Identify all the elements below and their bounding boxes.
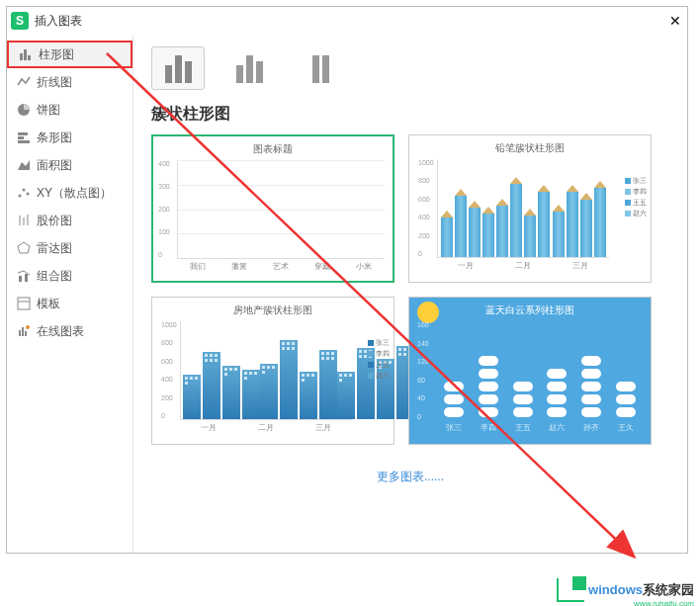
home-icon <box>557 578 584 602</box>
sidebar-item-stock[interactable]: 股价图 <box>7 207 132 234</box>
scatter-icon <box>17 186 31 200</box>
sidebar-item-label: 在线图表 <box>37 323 84 340</box>
thumb-title: 图表标题 <box>161 142 385 156</box>
chart-subtype-tabs <box>151 46 669 90</box>
line-icon <box>17 75 31 89</box>
svg-marker-14 <box>18 242 30 253</box>
sidebar-item-area[interactable]: 面积图 <box>7 151 132 179</box>
combo-icon <box>17 269 31 283</box>
main-area: 簇状柱形图 图表标题 4003002001000 我们藩 <box>133 35 687 553</box>
dialog-title: 插入图表 <box>35 13 82 30</box>
sidebar-item-pie[interactable]: 饼图 <box>7 96 132 124</box>
chart-thumb-2[interactable]: 铅笔簇状柱形图 10008006004002000 一月二月三月 张三 李四 王… <box>408 134 652 283</box>
chart-thumbnails: 图表标题 4003002001000 我们藩篱艺术穿戴小米 <box>151 134 669 445</box>
svg-point-9 <box>23 189 26 192</box>
thumb-title: 蓝天白云系列柱形图 <box>417 303 643 317</box>
svg-marker-7 <box>18 160 30 170</box>
chart-preview: 10008006004002000 <box>180 321 352 420</box>
svg-rect-0 <box>20 53 23 60</box>
sidebar-item-label: 模板 <box>37 296 60 312</box>
sidebar-item-hbar[interactable]: 条形图 <box>7 124 132 151</box>
svg-rect-21 <box>25 331 27 336</box>
sidebar-item-label: 面积图 <box>37 157 72 174</box>
pie-icon <box>17 103 31 117</box>
titlebar: S 插入图表 ✕ <box>7 7 687 35</box>
sidebar-item-template[interactable]: 模板 <box>7 290 132 317</box>
subtype-percent[interactable] <box>294 46 347 90</box>
svg-rect-20 <box>22 327 24 336</box>
sidebar-item-line[interactable]: 折线图 <box>7 68 132 96</box>
svg-rect-16 <box>25 274 28 282</box>
sidebar-item-label: 组合图 <box>37 268 72 285</box>
chart-category-sidebar: 柱形图 折线图 饼图 条形图 面积图 XY（散点图） <box>7 35 133 553</box>
close-button[interactable]: ✕ <box>669 13 681 29</box>
radar-icon <box>17 241 31 255</box>
stock-icon <box>17 214 31 227</box>
sidebar-item-label: 股价图 <box>37 213 72 229</box>
sidebar-item-label: 柱形图 <box>39 46 74 63</box>
sidebar-item-label: 折线图 <box>37 74 72 91</box>
sidebar-item-scatter[interactable]: XY（散点图） <box>7 179 132 207</box>
chart-thumb-3[interactable]: 房地产簇状柱形图 10008006004002000 一月二月三月 张三 李四 … <box>151 297 394 445</box>
sidebar-item-radar[interactable]: 雷达图 <box>7 234 132 262</box>
svg-rect-2 <box>28 55 31 60</box>
thumb-title: 房地产簇状柱形图 <box>160 303 386 317</box>
sidebar-item-label: 饼图 <box>37 102 60 119</box>
svg-rect-4 <box>18 132 28 135</box>
more-charts-link[interactable]: 更多图表...... <box>151 469 669 485</box>
sidebar-item-online[interactable]: 在线图表 <box>7 317 132 345</box>
svg-point-10 <box>27 193 30 196</box>
bar-icon <box>19 47 33 61</box>
svg-rect-1 <box>24 49 27 60</box>
sidebar-item-label: XY（散点图） <box>37 185 112 202</box>
app-icon: S <box>11 12 29 30</box>
hbar-icon <box>17 130 31 144</box>
online-icon <box>17 324 31 338</box>
section-title: 簇状柱形图 <box>151 104 669 125</box>
legend: 张三 李四 王五 赵六 <box>625 175 647 219</box>
thumb-title: 铅笔簇状柱形图 <box>417 141 643 155</box>
insert-chart-dialog: S 插入图表 ✕ 柱形图 折线图 饼图 条形图 面积图 <box>6 6 688 554</box>
subtype-stacked[interactable] <box>222 46 276 90</box>
chart-thumb-4[interactable]: 蓝天白云系列柱形图 16014012080400 张三李四王五赵六孙齐王久 <box>408 297 652 445</box>
sidebar-item-combo[interactable]: 组合图 <box>7 262 132 290</box>
svg-rect-6 <box>18 140 30 143</box>
watermark-url: www.ruhaifu.com <box>634 599 694 606</box>
area-icon <box>17 158 31 172</box>
svg-point-8 <box>19 195 22 198</box>
sun-icon <box>417 302 439 323</box>
chart-preview: 16014012080400 <box>437 321 643 420</box>
svg-rect-19 <box>19 330 21 336</box>
svg-rect-5 <box>18 136 24 139</box>
subtype-cluster[interactable] <box>151 46 205 90</box>
svg-point-22 <box>26 325 30 329</box>
template-icon <box>17 297 31 310</box>
chart-preview: 10008006004002000 <box>437 159 609 258</box>
svg-rect-15 <box>19 276 22 282</box>
sidebar-item-bar[interactable]: 柱形图 <box>7 41 132 68</box>
sidebar-item-label: 雷达图 <box>37 240 72 257</box>
svg-rect-17 <box>18 298 30 309</box>
legend: 张三 李四 王五 赵六 <box>368 337 390 382</box>
sidebar-item-label: 条形图 <box>37 130 72 146</box>
chart-thumb-1[interactable]: 图表标题 4003002001000 我们藩篱艺术穿戴小米 <box>151 134 394 283</box>
chart-preview: 4003002001000 <box>177 160 385 259</box>
